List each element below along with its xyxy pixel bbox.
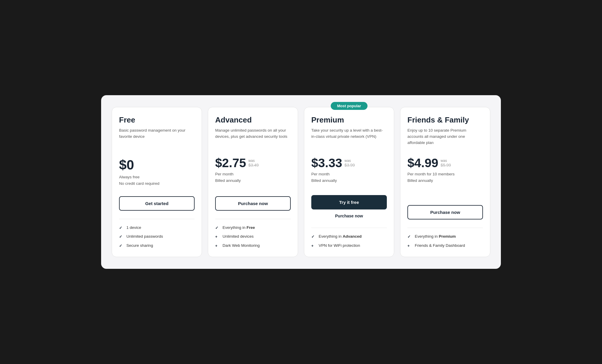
plus-icon: + <box>407 243 412 249</box>
feature-item-friends-family-1: + Friends & Family Dashboard <box>407 243 483 249</box>
plan-name-friends-family: Friends & Family <box>407 115 483 125</box>
feature-item-free-2: ✓ Secure sharing <box>119 243 195 249</box>
feature-text-advanced-2: Dark Web Monitoring <box>223 243 260 249</box>
checkmark-icon: ✓ <box>407 234 412 239</box>
button-section-premium: Try it freePurchase now <box>311 189 387 219</box>
feature-item-friends-family-0: ✓ Everything in Premium <box>407 234 483 239</box>
plus-icon: + <box>215 234 220 239</box>
feature-text-advanced-0: Everything in Free <box>223 225 255 231</box>
price-was-label-friends-family: was <box>441 159 451 163</box>
price-was-block-friends-family: was $5.99 <box>441 157 451 167</box>
checkmark-icon: ✓ <box>215 225 220 231</box>
button-section-advanced: Purchase now <box>215 190 291 211</box>
checkmark-icon: ✓ <box>119 234 124 239</box>
price-row-premium: $3.33 was $3.99 <box>311 157 387 169</box>
price-was-label-premium: was <box>345 159 355 163</box>
plan-card-free: FreeBasic password management on your fa… <box>112 107 202 257</box>
price-section-premium: $3.33 was $3.99 Per monthBilled annually <box>311 154 387 186</box>
price-was-amount-advanced: $3.49 <box>248 163 259 167</box>
secondary-button-premium[interactable]: Purchase now <box>311 212 387 219</box>
plan-name-premium: Premium <box>311 115 387 125</box>
feature-text-advanced-1: Unlimited devices <box>223 234 254 239</box>
checkmark-icon: ✓ <box>119 243 124 249</box>
feature-item-premium-1: + VPN for WiFi protection <box>311 243 387 249</box>
feature-text-premium-1: VPN for WiFi protection <box>319 243 360 249</box>
price-was-amount-premium: $3.99 <box>345 163 355 167</box>
feature-item-advanced-0: ✓ Everything in Free <box>215 225 291 231</box>
price-sub-free: Always freeNo credit card required <box>119 174 195 187</box>
price-sub-premium: Per monthBilled annually <box>311 171 387 184</box>
primary-button-premium[interactable]: Try it free <box>311 195 387 209</box>
plan-name-advanced: Advanced <box>215 115 291 125</box>
price-section-friends-family: $4.99 was $5.99 Per month for 10 members… <box>407 154 483 186</box>
price-sub-friends-family: Per month for 10 membersBilled annually <box>407 171 483 184</box>
price-main-advanced: $2.75 <box>215 157 246 169</box>
feature-item-free-1: ✓ Unlimited passwords <box>119 234 195 239</box>
plus-icon: + <box>311 243 316 249</box>
price-sub-advanced: Per monthBilled annually <box>215 171 291 184</box>
features-section-premium: ✓ Everything in Advanced + VPN for WiFi … <box>311 228 387 248</box>
feature-item-advanced-2: + Dark Web Monitoring <box>215 243 291 249</box>
price-row-advanced: $2.75 was $3.49 <box>215 157 291 169</box>
plan-description-free: Basic password management on your favori… <box>119 128 195 149</box>
feature-text-free-2: Secure sharing <box>126 243 153 249</box>
price-was-block-premium: was $3.99 <box>345 157 355 167</box>
checkmark-icon: ✓ <box>119 225 124 231</box>
features-section-advanced: ✓ Everything in Free + Unlimited devices… <box>215 219 291 249</box>
button-section-friends-family: Purchase now <box>407 199 483 219</box>
plan-description-friends-family: Enjoy up to 10 separate Premium accounts… <box>407 128 483 149</box>
feature-text-premium-0: Everything in Advanced <box>319 234 362 239</box>
feature-text-free-0: 1 device <box>126 225 141 231</box>
price-row-friends-family: $4.99 was $5.99 <box>407 157 483 169</box>
features-section-free: ✓ 1 device ✓ Unlimited passwords ✓ Secur… <box>119 219 195 249</box>
price-main-free: $0 <box>119 157 195 173</box>
plan-description-advanced: Manage unlimited passwords on all your d… <box>215 128 291 149</box>
price-main-friends-family: $4.99 <box>407 157 438 169</box>
primary-button-free[interactable]: Get started <box>119 196 195 211</box>
checkmark-icon: ✓ <box>311 234 316 239</box>
pricing-grid: FreeBasic password management on your fa… <box>112 107 490 257</box>
primary-button-friends-family[interactable]: Purchase now <box>407 205 483 219</box>
price-section-advanced: $2.75 was $3.49 Per monthBilled annually <box>215 154 291 186</box>
plan-card-premium: Most popularPremiumTake your security up… <box>304 107 394 257</box>
feature-item-premium-0: ✓ Everything in Advanced <box>311 234 387 239</box>
plan-card-friends-family: Friends & FamilyEnjoy up to 10 separate … <box>400 107 490 257</box>
primary-button-advanced[interactable]: Purchase now <box>215 196 291 211</box>
plan-description-premium: Take your security up a level with a bes… <box>311 128 387 149</box>
popular-badge: Most popular <box>331 102 368 110</box>
feature-item-advanced-1: + Unlimited devices <box>215 234 291 239</box>
feature-text-friends-family-0: Everything in Premium <box>415 234 456 239</box>
button-section-free: Get started <box>119 190 195 211</box>
price-main-premium: $3.33 <box>311 157 342 169</box>
pricing-container: FreeBasic password management on your fa… <box>101 95 501 269</box>
plan-card-advanced: AdvancedManage unlimited passwords on al… <box>208 107 298 257</box>
plus-icon: + <box>215 243 220 249</box>
price-was-block-advanced: was $3.49 <box>248 157 259 167</box>
features-section-friends-family: ✓ Everything in Premium + Friends & Fami… <box>407 228 483 248</box>
feature-text-free-1: Unlimited passwords <box>126 234 163 239</box>
feature-item-free-0: ✓ 1 device <box>119 225 195 231</box>
price-was-amount-friends-family: $5.99 <box>441 163 451 167</box>
feature-text-friends-family-1: Friends & Family Dashboard <box>415 243 465 249</box>
plan-name-free: Free <box>119 115 195 125</box>
price-section-free: $0 Always freeNo credit card required <box>119 154 195 187</box>
price-was-label-advanced: was <box>248 159 259 163</box>
